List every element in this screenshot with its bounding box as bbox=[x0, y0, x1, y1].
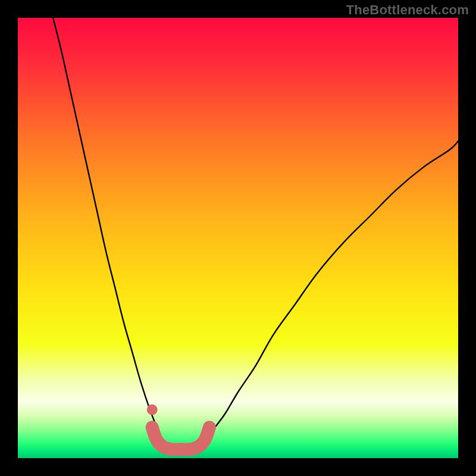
watermark-text: TheBottleneck.com bbox=[346, 2, 469, 18]
chart-frame: TheBottleneck.com bbox=[0, 0, 476, 476]
marker-dot bbox=[147, 405, 158, 415]
bottleneck-chart bbox=[18, 18, 458, 458]
plot-area bbox=[18, 18, 458, 458]
